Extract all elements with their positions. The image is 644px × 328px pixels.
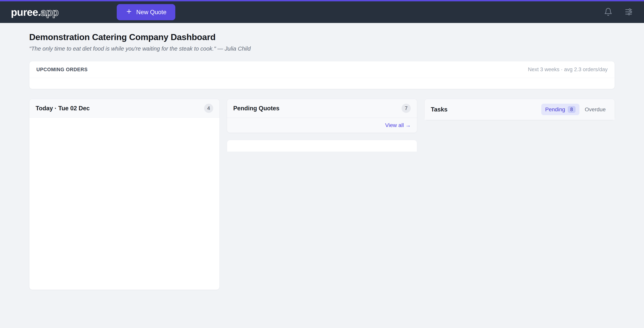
sliders-icon	[624, 8, 633, 17]
pending-quotes-count-badge: 7	[402, 104, 411, 113]
logo-primary: puree.	[11, 6, 41, 18]
view-all-link[interactable]: View all →	[385, 122, 411, 128]
orders-bar-chart	[30, 78, 614, 89]
settings-button[interactable]	[624, 8, 633, 17]
pending-quotes-card: Pending Quotes 7 View all →	[227, 99, 417, 133]
tasks-title: Tasks	[431, 106, 448, 113]
partial-next-card	[227, 140, 417, 152]
app-logo[interactable]: puree.app	[11, 6, 58, 18]
upcoming-orders-hint: Next 3 weeks · avg 2.3 orders/day	[528, 66, 608, 72]
navbar-right	[604, 8, 633, 17]
new-quote-label: New Quote	[136, 9, 166, 16]
tab-pending[interactable]: Pending 8	[541, 104, 580, 115]
tab-overdue[interactable]: Overdue	[582, 104, 608, 115]
notifications-button[interactable]	[604, 8, 612, 17]
pending-quotes-title: Pending Quotes	[233, 105, 280, 112]
top-navbar: puree.app New Quote	[0, 1, 644, 23]
logo-secondary: app	[41, 6, 58, 18]
accent-top-strip	[0, 0, 644, 1]
dashboard-page: puree.app New Quote Demonstration	[0, 0, 644, 328]
today-title: Today · Tue 02 Dec	[36, 105, 90, 112]
page-title: Demonstration Catering Company Dashboard	[29, 32, 615, 42]
tab-pending-count: 8	[568, 106, 576, 113]
today-card: Today · Tue 02 Dec 4	[29, 99, 220, 290]
upcoming-orders-title: UPCOMING ORDERS	[36, 67, 88, 72]
tasks-card: Tasks Pending 8 Overdue	[424, 99, 615, 120]
main-content: Demonstration Catering Company Dashboard…	[0, 32, 644, 290]
today-header: Today · Tue 02 Dec 4	[30, 99, 220, 118]
dashboard-columns: Today · Tue 02 Dec 4 Pending Quotes 7	[29, 99, 615, 290]
upcoming-orders-header: UPCOMING ORDERS Next 3 weeks · avg 2.3 o…	[30, 61, 614, 78]
upcoming-orders-card: UPCOMING ORDERS Next 3 weeks · avg 2.3 o…	[29, 61, 615, 89]
pending-quotes-header: Pending Quotes 7	[227, 99, 417, 118]
middle-column: Pending Quotes 7 View all →	[227, 99, 417, 152]
tasks-header: Tasks Pending 8 Overdue	[424, 99, 614, 120]
plus-icon	[126, 8, 132, 16]
tab-pending-label: Pending	[545, 106, 565, 113]
page-quote: "The only time to eat diet food is while…	[29, 46, 615, 52]
today-count-badge: 4	[204, 104, 213, 113]
new-quote-button[interactable]: New Quote	[117, 4, 175, 20]
tasks-tabs: Pending 8 Overdue	[541, 104, 608, 115]
bell-icon	[604, 8, 612, 17]
pending-quotes-footer: View all →	[227, 118, 417, 133]
